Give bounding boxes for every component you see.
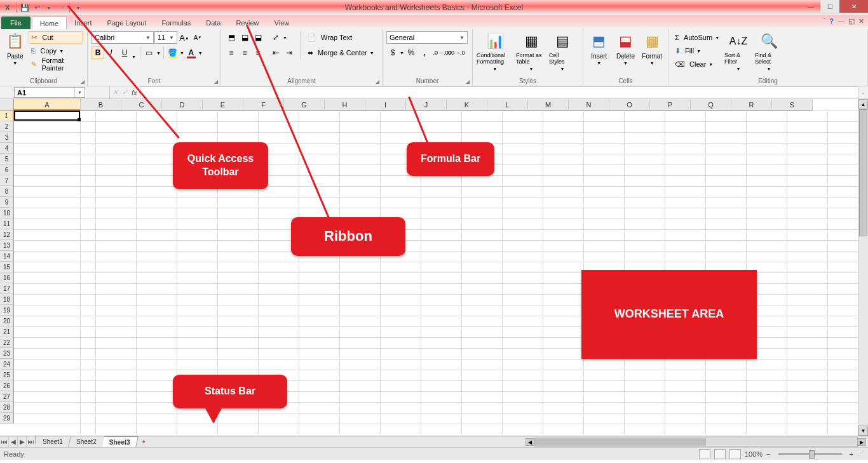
hscroll-thumb[interactable]	[534, 438, 706, 446]
column-header-L[interactable]: L	[487, 99, 528, 111]
fill-color-button[interactable]: 🪣	[166, 46, 179, 59]
select-all-corner[interactable]	[0, 99, 14, 111]
zoom-percent[interactable]: 100%	[745, 450, 763, 458]
row-header-13[interactable]: 13	[0, 240, 14, 251]
close-button[interactable]: ✕	[839, 0, 868, 13]
comma-button[interactable]: ,	[418, 46, 431, 59]
underline-dropdown-icon[interactable]: ▼	[132, 55, 136, 59]
row-header-5[interactable]: 5	[0, 154, 14, 164]
wrap-text-button[interactable]: 📄 Wrap Text	[305, 31, 377, 44]
orientation-icon[interactable]: ⤢	[269, 31, 282, 44]
first-sheet-icon[interactable]: ⏮	[0, 436, 9, 447]
row-header-22[interactable]: 22	[0, 337, 14, 348]
row-header-20[interactable]: 20	[0, 316, 14, 326]
expand-formula-bar-icon[interactable]: ⌄	[858, 86, 868, 98]
column-header-O[interactable]: O	[609, 99, 650, 111]
sort-filter-button[interactable]: A↓ZSort & Filter▼	[724, 31, 752, 71]
qat-customize-icon[interactable]: ▼	[73, 3, 83, 13]
tab-file[interactable]: File	[1, 17, 31, 29]
number-format-combo[interactable]: General▼	[386, 31, 468, 44]
grow-font-icon[interactable]: A▲	[178, 31, 191, 44]
conditional-formatting-button[interactable]: 📊Conditional Formatting▼	[477, 31, 513, 71]
zoom-in-icon[interactable]: +	[850, 450, 853, 458]
fill-dropdown-icon[interactable]: ▼	[180, 51, 184, 55]
column-header-R[interactable]: R	[731, 99, 772, 111]
fx-icon[interactable]: fx	[132, 89, 137, 97]
column-header-E[interactable]: E	[203, 99, 243, 111]
tab-home[interactable]: Home	[32, 17, 67, 29]
row-header-15[interactable]: 15	[0, 262, 14, 272]
vscroll-thumb[interactable]	[859, 109, 867, 236]
row-header-28[interactable]: 28	[0, 402, 14, 413]
currency-dropdown-icon[interactable]: ▼	[400, 51, 404, 55]
row-header-6[interactable]: 6	[0, 164, 14, 175]
enter-formula-icon[interactable]: ✓	[122, 88, 128, 97]
fill-button[interactable]: ⬇ Fill ▼	[672, 44, 722, 57]
row-header-10[interactable]: 10	[0, 208, 14, 218]
underline-button[interactable]: U	[118, 46, 131, 59]
merge-center-button[interactable]: ⬌ Merge & Center ▼	[305, 46, 377, 59]
column-header-I[interactable]: I	[365, 99, 406, 111]
page-layout-view-icon[interactable]	[714, 449, 726, 459]
decrease-indent-icon[interactable]: ⇤	[269, 46, 282, 59]
font-launcher-icon[interactable]: ◢	[213, 78, 219, 84]
row-header-1[interactable]: 1	[0, 111, 14, 121]
horizontal-scrollbar[interactable]: ◀ ▶	[534, 438, 858, 446]
column-header-S[interactable]: S	[772, 99, 813, 111]
alignment-launcher-icon[interactable]: ◢	[374, 78, 381, 84]
align-center-icon[interactable]: ≡	[238, 46, 251, 59]
sheet-tab-3[interactable]: Sheet3	[102, 436, 139, 447]
normal-view-icon[interactable]	[699, 449, 710, 459]
column-header-P[interactable]: P	[650, 99, 691, 111]
sheet-tab-2[interactable]: Sheet2	[69, 436, 104, 447]
row-header-14[interactable]: 14	[0, 251, 14, 262]
font-name-combo[interactable]: Calibri▼	[92, 31, 154, 44]
orientation-dropdown-icon[interactable]: ▼	[283, 36, 287, 40]
undo-icon[interactable]: ↶	[32, 3, 42, 13]
fontcolor-dropdown-icon[interactable]: ▼	[198, 51, 203, 55]
find-select-button[interactable]: 🔍Find & Select▼	[755, 31, 783, 71]
tab-page-layout[interactable]: Page Layout	[100, 17, 154, 29]
page-break-view-icon[interactable]	[729, 449, 741, 459]
number-launcher-icon[interactable]: ◢	[465, 78, 471, 84]
clear-button[interactable]: ⌫ Clear ▼	[672, 58, 722, 70]
row-header-18[interactable]: 18	[0, 294, 14, 305]
cancel-formula-icon[interactable]: ✕	[112, 88, 118, 97]
namebox-dropdown-icon[interactable]: ▼	[74, 88, 82, 97]
formula-input[interactable]	[140, 86, 858, 98]
active-cell[interactable]	[14, 111, 80, 121]
scroll-left-icon[interactable]: ◀	[526, 438, 534, 446]
row-header-24[interactable]: 24	[0, 359, 14, 370]
vertical-scrollbar[interactable]: ▲ ▼	[858, 99, 868, 436]
insert-cells-button[interactable]: ⬒Insert▼	[587, 31, 611, 65]
row-header-29[interactable]: 29	[0, 413, 14, 424]
help-icon[interactable]: ?	[829, 17, 834, 25]
row-header-4[interactable]: 4	[0, 143, 14, 154]
scroll-right-icon[interactable]: ▶	[857, 438, 866, 446]
align-left-icon[interactable]: ≡	[225, 46, 238, 59]
minimize-button[interactable]: —	[801, 0, 820, 13]
row-header-21[interactable]: 21	[0, 326, 14, 337]
cut-button[interactable]: Cut	[29, 31, 83, 44]
sheet-tab-1[interactable]: Sheet1	[35, 436, 71, 447]
last-sheet-icon[interactable]: ⏭	[27, 436, 36, 447]
border-button[interactable]: ▭	[143, 46, 156, 59]
paste-button[interactable]: 📋 Paste ▼	[4, 31, 26, 65]
column-header-A[interactable]: A	[14, 99, 81, 111]
row-header-7[interactable]: 7	[0, 175, 14, 186]
column-header-M[interactable]: M	[528, 99, 569, 111]
row-header-3[interactable]: 3	[0, 132, 14, 143]
row-header-12[interactable]: 12	[0, 229, 14, 240]
column-header-G[interactable]: G	[284, 99, 325, 111]
row-header-9[interactable]: 9	[0, 197, 14, 208]
column-header-D[interactable]: D	[162, 99, 203, 111]
tab-view[interactable]: View	[267, 17, 297, 29]
border-dropdown-icon[interactable]: ▼	[156, 51, 161, 55]
format-as-table-button[interactable]: ▦Format as Table▼	[516, 31, 546, 71]
copy-button[interactable]: Copy ▼	[29, 44, 83, 57]
redo-icon[interactable]: ↷	[56, 3, 66, 13]
clipboard-launcher-icon[interactable]: ◢	[79, 78, 86, 84]
row-header-19[interactable]: 19	[0, 305, 14, 316]
tab-formulas[interactable]: Formulas	[154, 17, 198, 29]
save-icon[interactable]: 💾	[20, 3, 30, 13]
